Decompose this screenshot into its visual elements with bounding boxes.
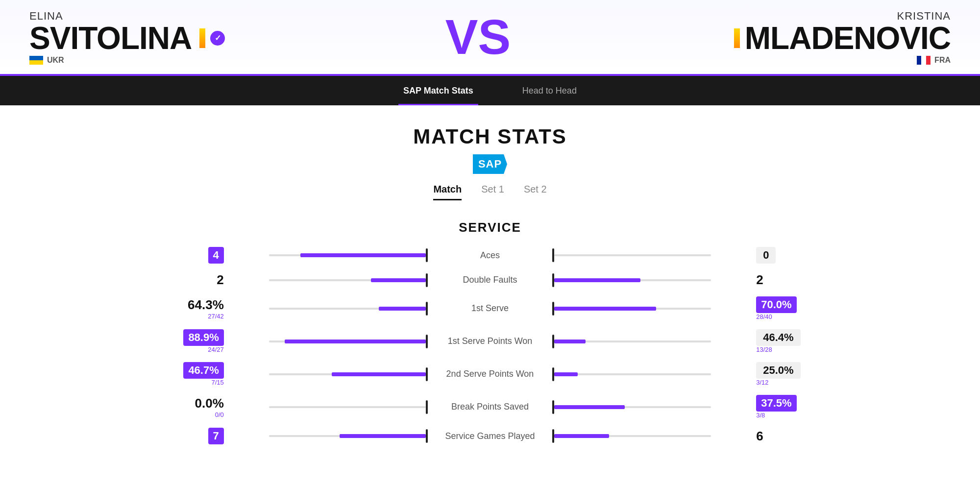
player1-info: ELINA SVITOLINA ✓ UKR <box>29 10 225 65</box>
stat-row: 88.9%24/27 1st Serve Points Won 46.4%13/… <box>147 329 833 353</box>
ukr-flag <box>29 56 43 65</box>
stat-label: Double Faults <box>428 275 553 285</box>
right-sub: 3/8 <box>756 412 765 419</box>
left-val: 2 <box>217 272 223 288</box>
bar-left-track <box>269 406 426 408</box>
match-stats-title: MATCH STATS <box>413 125 567 148</box>
stat-label: Break Points Saved <box>428 402 553 412</box>
player2-last-name: MLADENOVIC <box>731 23 951 54</box>
bar-left <box>234 337 426 346</box>
bar-right <box>554 304 746 314</box>
stats-rows: 4 Aces 0 2 Double Faults <box>147 247 833 444</box>
main-content: MATCH STATS SAP Match Set 1 Set 2 SERVIC… <box>0 105 980 473</box>
bar-right-fill <box>554 307 656 311</box>
nav-sap-match-stats[interactable]: SAP Match Stats <box>398 76 478 105</box>
right-sub: 28/40 <box>756 313 772 320</box>
left-sub: 27/42 <box>208 313 224 320</box>
stat-right-value: 6 <box>746 429 833 444</box>
service-section-title: SERVICE <box>147 220 833 235</box>
stat-left-value: 4 <box>147 247 234 264</box>
bar-left-fill <box>300 253 426 257</box>
right-val: 6 <box>756 429 763 444</box>
player1-seed-bar <box>199 28 205 48</box>
bar-left-fill <box>371 278 426 282</box>
player1-verified-icon: ✓ <box>210 31 225 46</box>
stat-label: 1st Serve <box>428 303 553 314</box>
left-val-highlight: 88.9% <box>183 329 223 346</box>
sap-logo-text: SAP <box>478 158 502 170</box>
left-sub: 7/15 <box>211 379 223 386</box>
right-val-highlight: 37.5% <box>756 395 796 412</box>
bar-left <box>234 304 426 314</box>
stat-row: 4 Aces 0 <box>147 247 833 264</box>
left-sub: 0/0 <box>215 411 224 418</box>
stat-right-value: 0 <box>746 247 833 264</box>
tab-match[interactable]: Match <box>433 184 462 200</box>
left-val: 64.3% <box>188 297 224 313</box>
set-tabs: Match Set 1 Set 2 <box>433 184 546 200</box>
stat-row: 0.0%0/0 Break Points Saved 37.5%3/8 <box>147 395 833 419</box>
stat-right-value: 37.5%3/8 <box>746 395 833 419</box>
stat-right-value: 46.4%13/28 <box>746 329 833 353</box>
left-val-highlight: 7 <box>208 428 224 444</box>
bar-left-fill <box>340 434 426 438</box>
right-val-highlight: 70.0% <box>756 296 796 313</box>
vs-label: VS <box>445 9 511 65</box>
stat-label: Service Games Played <box>428 431 553 441</box>
tab-set2[interactable]: Set 2 <box>524 184 547 200</box>
sap-logo: SAP <box>473 154 507 174</box>
right-val: 2 <box>756 272 763 288</box>
match-header: ELINA SVITOLINA ✓ UKR VS KRISTINA MLADEN… <box>0 0 980 76</box>
bar-left <box>234 431 426 441</box>
bar-right <box>554 369 746 379</box>
left-val: 0.0% <box>195 396 224 411</box>
stat-label: Aces <box>428 250 553 261</box>
bar-right <box>554 275 746 285</box>
bar-left <box>234 402 426 412</box>
stat-left-value: 64.3%27/42 <box>147 297 234 320</box>
bar-right <box>554 337 746 346</box>
tab-set1[interactable]: Set 1 <box>481 184 504 200</box>
stat-row: 7 Service Games Played 6 <box>147 428 833 444</box>
bar-right-fill <box>554 340 586 343</box>
right-val-box: 0 <box>756 247 776 264</box>
left-val-highlight: 46.7% <box>183 362 223 379</box>
stat-row: 46.7%7/15 2nd Serve Points Won 25.0%3/12 <box>147 362 833 386</box>
nav-bar: SAP Match Stats Head to Head <box>0 76 980 105</box>
bar-right-fill <box>554 434 609 438</box>
stats-container: SERVICE 4 Aces 0 2 Double Faults <box>147 220 833 453</box>
bar-left <box>234 369 426 379</box>
player1-country: UKR <box>29 56 64 65</box>
left-sub: 24/27 <box>208 346 224 353</box>
bar-right <box>554 402 746 412</box>
bar-right-fill <box>554 278 640 282</box>
bar-left-fill <box>285 340 426 343</box>
fra-flag <box>917 56 931 65</box>
player2-seed-bar <box>734 28 740 48</box>
bar-right-track <box>554 373 711 375</box>
stat-right-value: 70.0%28/40 <box>746 296 833 320</box>
bar-left <box>234 250 426 260</box>
stat-right-value: 25.0%3/12 <box>746 362 833 386</box>
right-val-box: 25.0% <box>756 362 800 379</box>
player2-country: FRA <box>917 56 951 65</box>
player2-info: KRISTINA MLADENOVIC FRA <box>731 10 951 65</box>
bar-right <box>554 431 746 441</box>
bar-right-track <box>554 254 711 256</box>
player1-last-name: SVITOLINA ✓ <box>29 23 225 54</box>
stat-left-value: 46.7%7/15 <box>147 362 234 386</box>
bar-right-fill <box>554 405 625 409</box>
stat-row: 64.3%27/42 1st Serve 70.0%28/40 <box>147 296 833 320</box>
left-val-highlight: 4 <box>208 247 224 264</box>
stat-left-value: 2 <box>147 272 234 288</box>
bar-left-fill <box>379 307 426 311</box>
bar-right-fill <box>554 372 578 376</box>
right-sub: 13/28 <box>756 346 772 353</box>
stat-label: 1st Serve Points Won <box>428 336 553 346</box>
bar-left-fill <box>332 372 426 376</box>
stat-left-value: 0.0%0/0 <box>147 396 234 418</box>
right-sub: 3/12 <box>756 379 768 386</box>
nav-head-to-head[interactable]: Head to Head <box>517 76 582 105</box>
bar-left <box>234 275 426 285</box>
stat-left-value: 88.9%24/27 <box>147 329 234 353</box>
